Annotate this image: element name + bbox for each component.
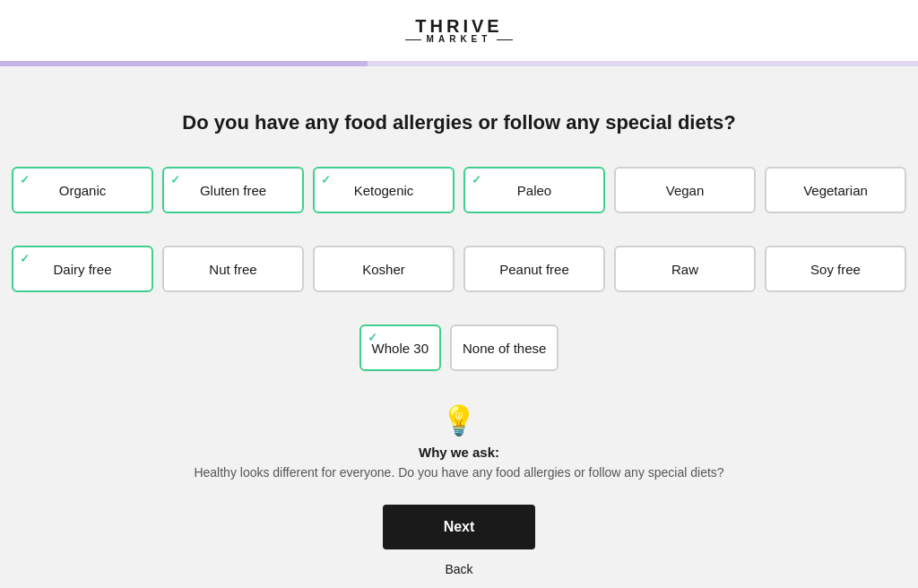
- option-label-vegetarian: Vegetarian: [803, 183, 868, 198]
- option-btn-raw[interactable]: Raw: [614, 246, 756, 292]
- checkmark-gluten: ✓: [170, 173, 180, 186]
- logo: THRIVE MARKET: [405, 17, 514, 44]
- option-label-raw: Raw: [671, 262, 698, 277]
- option-btn-organic[interactable]: ✓Organic: [12, 167, 153, 213]
- option-btn-whole30[interactable]: ✓Whole 30: [359, 324, 441, 371]
- options-row3: ✓Whole 30None of these: [359, 324, 559, 371]
- option-label-kosher: Kosher: [362, 262, 405, 277]
- option-label-peanutfree: Peanut free: [499, 262, 569, 277]
- why-text: Healthy looks different for everyone. Do…: [194, 465, 723, 480]
- checkmark-ketogenic: ✓: [321, 173, 331, 186]
- option-label-organic: Organic: [59, 183, 107, 198]
- checkmark-paleo: ✓: [472, 173, 481, 186]
- checkmark-organic: ✓: [20, 173, 30, 186]
- option-label-soyfree: Soy free: [810, 262, 861, 277]
- option-btn-ketogenic[interactable]: ✓Ketogenic: [313, 167, 455, 213]
- option-btn-nutfree[interactable]: Nut free: [162, 246, 304, 292]
- option-label-ketogenic: Ketogenic: [354, 183, 414, 198]
- option-btn-paleo[interactable]: ✓Paleo: [463, 167, 605, 213]
- checkmark-whole30: ✓: [368, 331, 377, 344]
- option-btn-peanutfree[interactable]: Peanut free: [463, 246, 605, 292]
- option-btn-dairyfree[interactable]: ✓Dairy free: [12, 246, 153, 292]
- page-title: Do you have any food allergies or follow…: [182, 111, 735, 134]
- option-label-none: None of these: [463, 341, 546, 356]
- option-btn-kosher[interactable]: Kosher: [313, 246, 455, 292]
- logo-market: MARKET: [405, 35, 514, 44]
- option-label-vegan: Vegan: [666, 183, 705, 198]
- options-row1: ✓Organic✓Gluten free✓Ketogenic✓PaleoVega…: [12, 167, 906, 213]
- checkmark-dairyfree: ✓: [20, 252, 30, 265]
- why-section: 💡 Why we ask: Healthy looks different fo…: [194, 403, 723, 480]
- option-label-gluten: Gluten free: [200, 183, 266, 198]
- option-btn-soyfree[interactable]: Soy free: [765, 246, 906, 292]
- option-btn-none[interactable]: None of these: [450, 324, 559, 371]
- options-row2: ✓Dairy freeNut freeKosherPeanut freeRawS…: [12, 246, 906, 292]
- next-button[interactable]: Next: [383, 505, 535, 549]
- why-title: Why we ask:: [419, 445, 499, 460]
- option-label-dairyfree: Dairy free: [53, 262, 111, 277]
- option-label-paleo: Paleo: [517, 183, 551, 198]
- back-link[interactable]: Back: [445, 562, 472, 576]
- option-btn-vegan[interactable]: Vegan: [614, 167, 756, 213]
- header: THRIVE MARKET: [0, 0, 918, 61]
- option-btn-vegetarian[interactable]: Vegetarian: [765, 167, 906, 213]
- option-label-nutfree: Nut free: [209, 262, 256, 277]
- option-label-whole30: Whole 30: [372, 341, 429, 356]
- logo-thrive: THRIVE: [415, 17, 502, 35]
- option-btn-gluten[interactable]: ✓Gluten free: [162, 167, 304, 213]
- main-content: Do you have any food allergies or follow…: [0, 66, 918, 588]
- lightbulb-icon: 💡: [441, 403, 477, 437]
